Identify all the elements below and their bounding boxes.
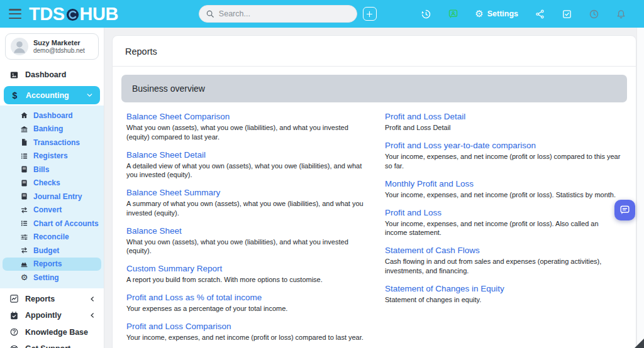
sidebar-item-label: Knowledge Base <box>25 328 88 337</box>
search-box[interactable] <box>199 5 357 23</box>
report-item: Balance Sheet SummaryA summary of what y… <box>126 187 364 217</box>
contact-chat-button[interactable] <box>448 9 458 19</box>
file-icon <box>20 138 28 146</box>
question-circle-icon <box>9 327 19 337</box>
user-email: demo@tdshub.net <box>33 47 85 54</box>
report-link[interactable]: Profit and Loss Comparison <box>126 322 231 331</box>
report-item: Statement of Cash FlowsCash flowing in a… <box>385 244 622 275</box>
report-link[interactable]: Balance Sheet Summary <box>126 188 220 197</box>
sidebar-subitem-transactions[interactable]: Transactions <box>3 136 101 150</box>
sidebar-item-label: Get Support <box>25 344 70 348</box>
check-square-icon <box>562 9 572 19</box>
sidebar-subitem-setting[interactable]: ⚙Setting <box>3 271 101 285</box>
header-icon-group: ⚙ Settings <box>421 9 635 19</box>
logo-text-tds: TDS <box>29 4 65 24</box>
bell-icon <box>616 9 626 19</box>
person-icon <box>11 38 28 55</box>
sidebar-subitem-reports[interactable]: Reports <box>3 258 101 271</box>
report-link[interactable]: Statement of Changes in Equity <box>385 284 504 293</box>
sidebar-subitem-budget[interactable]: Budget <box>3 244 101 258</box>
notifications-button[interactable] <box>616 9 626 19</box>
report-link[interactable]: Statement of Cash Flows <box>385 246 480 255</box>
contact-chat-icon <box>448 9 458 19</box>
chat-fab-button[interactable] <box>614 200 635 220</box>
report-description: A detailed view of what you own (assets)… <box>126 161 364 180</box>
sidebar-item-appointly[interactable]: Appointly <box>0 307 104 324</box>
sidebar-item-label: Dashboard <box>25 70 66 79</box>
sidebar-subitem-journal-entry[interactable]: Journal Entry <box>3 190 101 204</box>
user-card[interactable]: Suzy Marketer demo@tdshub.net <box>5 33 99 60</box>
sidebar-subitem-reconcile[interactable]: Reconcile <box>3 231 101 244</box>
avatar <box>11 38 28 55</box>
report-link[interactable]: Monthly Profit and Loss <box>385 179 474 188</box>
share-icon <box>535 9 545 19</box>
report-item: Profit and Loss DetailProfit and Loss De… <box>385 111 622 133</box>
sidebar-item-accounting[interactable]: $ Accounting <box>4 86 100 104</box>
sidebar-subitem-banking[interactable]: Banking <box>3 122 101 136</box>
home-icon <box>20 111 28 119</box>
report-link[interactable]: Custom Summary Report <box>126 264 222 273</box>
report-item: Profit and Loss year-to-date comparisonY… <box>385 139 622 170</box>
settings-button[interactable]: ⚙ Settings <box>475 9 518 19</box>
report-item: Profit and Loss as % of total incomeYour… <box>126 291 364 313</box>
sidebar: Suzy Marketer demo@tdshub.net Dashboard … <box>0 28 104 348</box>
bank-icon <box>20 125 28 133</box>
line-chart-icon <box>9 294 19 303</box>
report-description: Your income, expenses, and net income (p… <box>126 333 364 342</box>
report-item: Balance Sheet ComparisonWhat you own (as… <box>126 111 364 141</box>
settings-label: Settings <box>487 9 518 18</box>
app-window: TDS HUB ⚙ Settings <box>0 0 644 348</box>
sidebar-subitem-bills[interactable]: Bills <box>3 163 101 177</box>
book-icon <box>20 192 28 200</box>
report-description: Profit and Loss Detail <box>385 123 622 133</box>
share-button[interactable] <box>535 9 545 19</box>
time-button[interactable] <box>589 9 599 19</box>
swap-arrows-icon <box>20 246 28 254</box>
add-new-button[interactable] <box>363 7 377 21</box>
resize-corner <box>635 339 644 348</box>
tasks-button[interactable] <box>562 9 572 19</box>
sidebar-item-reports[interactable]: Reports <box>0 291 104 308</box>
history-button[interactable] <box>421 9 431 19</box>
support-icon <box>9 344 19 348</box>
subitem-label: Budget <box>33 246 59 255</box>
logo-c-icon <box>65 8 80 22</box>
search-icon <box>206 9 214 18</box>
app-logo: TDS HUB <box>29 4 118 24</box>
report-link[interactable]: Profit and Loss Detail <box>385 112 465 121</box>
search-input[interactable] <box>219 9 345 18</box>
sidebar-subitem-dashboard[interactable]: Dashboard <box>3 109 101 122</box>
subitem-label: Banking <box>33 124 63 133</box>
sidebar-subitem-chart-of-accounts[interactable]: Chart of Accounts <box>3 217 101 231</box>
report-link[interactable]: Profit and Loss year-to-date comparison <box>385 141 536 150</box>
report-link[interactable]: Balance Sheet <box>126 226 182 236</box>
sidebar-item-knowledge-base[interactable]: Knowledge Base <box>0 324 104 341</box>
gear-icon: ⚙ <box>475 9 483 19</box>
report-link[interactable]: Balance Sheet Detail <box>126 150 206 160</box>
report-link[interactable]: Balance Sheet Comparison <box>126 112 230 121</box>
sidebar-item-get-support[interactable]: Get Support <box>0 340 104 348</box>
sidebar-subitem-checks[interactable]: Checks <box>3 177 101 190</box>
sidebar-item-label: Appointly <box>25 311 62 320</box>
sidebar-subitem-registers[interactable]: Registers <box>3 150 101 163</box>
dashboard-icon <box>9 70 19 80</box>
report-description: What you own (assets), what you owe (lia… <box>126 123 364 141</box>
sidebar-item-dashboard[interactable]: Dashboard <box>0 66 104 84</box>
report-description: Statement of changes in equity. <box>385 295 622 305</box>
area-chart-icon <box>20 260 28 268</box>
book-icon <box>20 179 28 187</box>
report-description: A report you build from scratch. With mo… <box>126 275 364 285</box>
report-link[interactable]: Profit and Loss as % of total income <box>126 293 262 302</box>
report-item: Profit and LossYour income, expenses, an… <box>385 207 622 237</box>
dollar-icon: $ <box>10 90 19 101</box>
subitem-label: Registers <box>33 151 68 160</box>
sidebar-subitem-convert[interactable]: Convert <box>3 204 101 217</box>
report-description: Your income, expenses, and net income (p… <box>385 152 622 170</box>
plus-icon <box>365 10 374 18</box>
scrollbar-track[interactable] <box>636 28 644 348</box>
report-link[interactable]: Profit and Loss <box>385 208 441 217</box>
gear-icon: ⚙ <box>20 273 28 281</box>
subitem-label: Dashboard <box>33 111 73 120</box>
hamburger-menu-icon[interactable] <box>9 9 21 19</box>
logo-text-hub: HUB <box>80 4 118 24</box>
